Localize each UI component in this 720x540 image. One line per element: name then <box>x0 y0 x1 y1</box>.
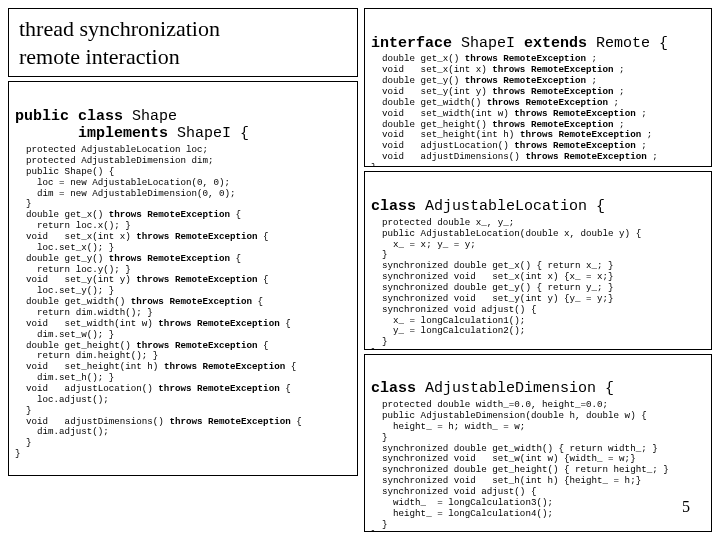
shapei-interface-code: interface ShapeI extends Remote { double… <box>364 8 712 167</box>
adjustable-dimension-header: class AdjustableDimension { <box>371 380 705 398</box>
title-line-1: thread synchronization <box>19 16 220 41</box>
slide-number: 5 <box>682 498 690 516</box>
shape-class-header: public class Shape implements ShapeI { <box>15 108 351 143</box>
shapei-header: interface ShapeI extends Remote { <box>371 35 705 53</box>
left-column: thread synchronization remote interactio… <box>8 8 358 532</box>
adjustable-location-header: class AdjustableLocation { <box>371 198 705 216</box>
adjustable-dimension-code: class AdjustableDimension { protected do… <box>364 354 712 532</box>
shape-class-code: public class Shape implements ShapeI { p… <box>8 81 358 476</box>
adjustable-location-code: class AdjustableLocation { protected dou… <box>364 171 712 349</box>
title-line-2: remote interaction <box>19 44 180 69</box>
slide-title: thread synchronization remote interactio… <box>8 8 358 77</box>
right-column: interface ShapeI extends Remote { double… <box>364 8 712 532</box>
